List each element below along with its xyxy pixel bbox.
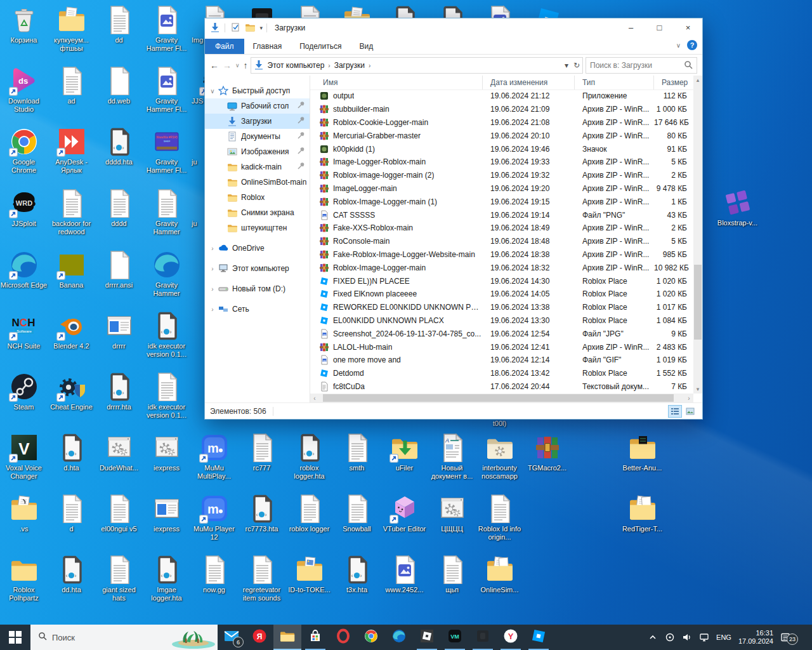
desktop-icon[interactable]: ЦЩЦЦ [428,494,476,533]
desktop-icon[interactable]: Google Chrome [0,127,48,175]
tray-app-icon[interactable] [665,632,675,642]
vm-app-taskbar-button[interactable]: VM [441,625,469,650]
desktop-icon[interactable]: ‹›roblox logger.hta [285,433,333,481]
chrome-t-taskbar-button[interactable] [357,625,385,650]
desktop-icon[interactable]: backdoor for redwood [48,189,95,236]
vscroll-thumb[interactable] [694,265,702,340]
vertical-scrollbar[interactable]: ▴ ▾ [693,76,702,394]
desktop-icon[interactable]: ad [48,66,95,105]
thumbnails-view-button[interactable] [683,405,697,418]
help-icon[interactable]: ? [687,40,697,50]
scroll-right-icon[interactable]: › [684,395,693,402]
sidebar-item-Этот компьютер[interactable]: ›Этот компьютер [205,261,310,276]
desktop-icon[interactable]: dd [95,5,143,44]
file-row[interactable]: Fake-XXS-Roblox-main19.06.2024 18:49Архи… [310,222,693,235]
sidebar-item-Новый том (D:)[interactable]: ›Новый том (D:) [205,281,310,296]
desktop-icon[interactable]: Better-Anu... [619,433,666,472]
file-row[interactable]: Mercurial-Grabber-master19.06.2024 20:10… [310,129,693,142]
language-indicator[interactable]: ENG [716,633,731,641]
desktop-icon[interactable]: Gravity Hammer [143,189,190,236]
refresh-icon[interactable]: ↻ [573,61,580,70]
tree-collapsed-icon[interactable]: › [207,265,218,272]
desktop-icon[interactable]: dddd [95,189,143,228]
desktop-icon[interactable]: купкуеум... фтшьы [48,5,95,53]
desktop-icon[interactable]: Roblox Id info origin... [476,494,523,541]
desktop-icon[interactable]: drrrr.ansi [95,250,143,289]
clock[interactable]: 16:31 17.09.2024 [738,629,773,646]
address-box[interactable]: Этот компьютер›Загрузки› ▾ ↻ [251,57,583,74]
sidebar-item-Изображения[interactable]: Изображения [205,144,310,159]
column-header-Дата изменения[interactable]: Дата измененияˆ [483,76,575,90]
desktop-icon[interactable]: now.gg [190,555,238,594]
desktop-icon[interactable]: mMuMu Player 12 [190,494,238,541]
file-row[interactable]: Roblox-Image-Logger-main (1)19.06.2024 1… [310,195,693,208]
desktop-icon[interactable]: RedTiger-T... [619,494,666,533]
desktop-icon[interactable]: TGMacro2... [523,433,571,472]
desktop-icon[interactable]: NCHSoftwareNCH Suite [0,311,48,350]
desktop-icon[interactable]: idk executor version 0.1... [143,372,190,420]
sidebar-item-OneDrive[interactable]: ›OneDrive [205,241,310,256]
desktop-icon[interactable]: AНовый документ в... [428,433,476,481]
desktop-icon[interactable]: WwwWw #R3A5SHEFGravity Hammer Fl... [143,127,190,175]
network-icon[interactable] [699,632,709,642]
tab-Файл[interactable]: Файл [205,39,244,54]
desktop-icon[interactable]: smth [333,433,381,472]
roblox-taskbar-button[interactable] [413,625,441,650]
file-row[interactable]: Fake-Roblox-Image-Logger-Website-main19.… [310,248,693,262]
history-dropdown-icon[interactable]: ∨ [235,62,240,69]
sidebar-item-Документы[interactable]: Документы [205,129,310,144]
yandex-y-taskbar-button[interactable]: Y [497,625,525,650]
desktop-icon[interactable]: Snowball [333,494,381,533]
file-row[interactable]: CAT SSSSS19.06.2024 19:14Файл "PNG"43 КБ [310,208,693,222]
file-row[interactable]: stubbuilder-main19.06.2024 21:09Архив ZI… [310,103,693,116]
desktop-icon[interactable]: Roblox Polhpartz [0,555,48,602]
tab-Вид[interactable]: Вид [350,39,382,54]
close-button[interactable]: × [674,18,702,37]
sidebar-item-kadick-main[interactable]: kadick-main [205,159,310,175]
desktop-icon[interactable]: drrrr [95,311,143,350]
desktop-icon[interactable]: Gravity Hammer Fl... [143,66,190,114]
sidebar-item-Загрузки[interactable]: Загрузки [205,114,310,129]
action-center-icon[interactable]: 23 [780,632,796,642]
desktop-icon[interactable]: WRDJJSploit [0,189,48,228]
file-row[interactable]: output19.06.2024 21:12Приложение112 КБ [310,90,693,103]
ribbon-collapse-icon[interactable]: ∨ [676,42,681,49]
desktop-icon[interactable]: giant sized hats [95,555,143,602]
mail-taskbar-button[interactable]: 6 [218,625,246,650]
edge-t-taskbar-button[interactable] [385,625,413,650]
desktop-icon[interactable]: Cheat Engine [48,372,95,411]
tab-Поделиться[interactable]: Поделиться [291,39,350,54]
desktop-icon[interactable]: .vs [0,494,48,533]
desktop-icon[interactable]: ‹›idk executor version 0.1... [143,311,190,359]
minimize-button[interactable]: – [617,18,645,37]
desktop-icon[interactable]: Banana [48,250,95,289]
file-row[interactable]: Image-Logger-Roblox-main19.06.2024 19:33… [310,156,693,169]
sidebar-item-Сеть[interactable]: ›Сеть [205,302,310,317]
desktop-icon[interactable]: ‹›dd.hta [48,555,95,594]
hscroll-thumb[interactable] [323,394,674,402]
desktop-icon[interactable]: interbounty noscamapp [476,433,523,481]
scroll-down-icon[interactable]: ▾ [697,385,700,394]
file-row[interactable]: Roblox-Cookie-Logger-main19.06.2024 21:0… [310,116,693,129]
desktop-icon[interactable]: DudeWhat... [95,433,143,472]
desktop-icon[interactable]: VTuber Editor [381,494,428,533]
forward-button[interactable]: → [223,60,232,70]
store-taskbar-button[interactable] [301,625,329,650]
sidebar-item-штеукищгтен[interactable]: штеукищгтен [205,220,310,235]
address-dropdown-icon[interactable]: ▾ [565,61,568,70]
sidebar-item-Roblox[interactable]: Roblox [205,190,310,205]
file-row[interactable]: Roblox-Image-Logger-main19.06.2024 18:32… [310,261,693,274]
desktop-icon[interactable]: dd.web [95,66,143,105]
file-row[interactable]: fc8tCuDa17.06.2024 20:44Текстовый докум.… [310,380,693,394]
taskbar-search[interactable]: Поиск [30,625,218,650]
yandex-browser-taskbar-button[interactable]: Я [246,625,273,650]
file-row[interactable]: k00pkidd (1)19.06.2024 19:46Значок91 КБ [310,142,693,156]
file-row[interactable]: one more move and19.06.2024 12:14Файл "G… [310,354,693,367]
desktop-icon[interactable]: www.2452... [381,555,428,594]
file-row[interactable]: Screenshot_2024-06-19-11-37-04-785_co...… [310,327,693,340]
desktop-icon[interactable]: Gravity Hammer [143,250,190,298]
tree-open-icon[interactable]: ∨ [207,88,218,95]
file-row[interactable]: ImageLogger-main19.06.2024 19:20Архив ZI… [310,182,693,196]
file-row[interactable]: LALOL-Hub-main19.06.2024 12:41Архив ZIP … [310,340,693,354]
desktop-icon[interactable]: Blender 4.2 [48,311,95,350]
